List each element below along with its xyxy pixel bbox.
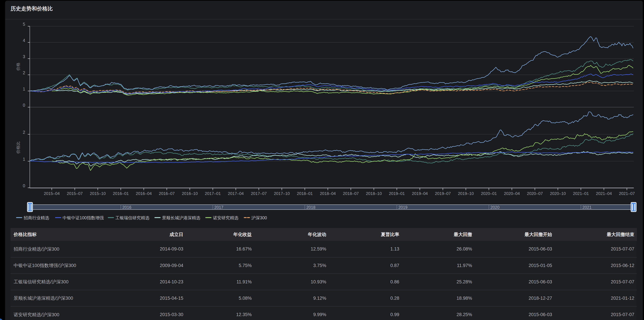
svg-text:2018–04: 2018–04	[320, 191, 336, 196]
svg-text:0: 0	[23, 183, 25, 188]
svg-text:景顺长城沪港深精选: 景顺长城沪港深精选	[162, 215, 200, 220]
svg-text:2021–04: 2021–04	[596, 191, 612, 196]
svg-text:2017–04: 2017–04	[228, 191, 244, 196]
svg-text:2020: 2020	[490, 205, 499, 210]
svg-text:2020–01: 2020–01	[481, 191, 497, 196]
svg-text:2016–07: 2016–07	[159, 191, 174, 196]
svg-text:价格比: 价格比	[16, 141, 20, 154]
svg-text:2021: 2021	[582, 205, 592, 210]
svg-text:1: 1	[23, 87, 25, 91]
svg-text:中银中证100指数增强: 中银中证100指数增强	[63, 215, 104, 220]
svg-text:2020–07: 2020–07	[527, 191, 543, 196]
svg-text:2018–07: 2018–07	[343, 191, 359, 196]
svg-text:2020–04: 2020–04	[504, 191, 520, 196]
svg-text:2017–01: 2017–01	[205, 191, 221, 196]
svg-text:价格: 价格	[16, 63, 20, 71]
svg-text:2020–10: 2020–10	[550, 191, 566, 196]
svg-text:2018–01: 2018–01	[297, 191, 313, 196]
svg-text:0: 0	[23, 103, 25, 107]
svg-text:5: 5	[23, 22, 25, 27]
svg-text:2016–01: 2016–01	[113, 191, 129, 196]
svg-text:2016–04: 2016–04	[136, 191, 152, 196]
svg-text:诺安研究精选: 诺安研究精选	[213, 215, 238, 220]
svg-text:1: 1	[23, 157, 25, 162]
svg-text:沪深300: 沪深300	[251, 215, 267, 220]
svg-text:2019–04: 2019–04	[412, 191, 428, 196]
svg-text:2017: 2017	[214, 205, 223, 210]
svg-text:2019–07: 2019–07	[435, 191, 451, 196]
svg-text:2018: 2018	[306, 205, 315, 210]
svg-text:2015–07: 2015–07	[67, 191, 83, 196]
svg-text:2015–10: 2015–10	[90, 191, 106, 196]
svg-text:2016–10: 2016–10	[182, 191, 198, 196]
svg-text:2015–04: 2015–04	[44, 191, 60, 196]
svg-text:招商行业精选: 招商行业精选	[24, 215, 49, 220]
svg-text:4: 4	[23, 38, 25, 43]
svg-text:2: 2	[23, 70, 25, 75]
svg-text:2019–10: 2019–10	[458, 191, 474, 196]
svg-text:2021–07: 2021–07	[619, 191, 635, 196]
svg-text:2021–01: 2021–01	[573, 191, 589, 196]
svg-text:2016: 2016	[122, 205, 132, 210]
svg-text:2017–07: 2017–07	[251, 191, 267, 196]
svg-text:2019–01: 2019–01	[389, 191, 405, 196]
svg-text:2018–10: 2018–10	[366, 191, 382, 196]
svg-text:3: 3	[23, 54, 25, 59]
svg-text:工银瑞信研究精选: 工银瑞信研究精选	[116, 215, 150, 220]
svg-text:2019: 2019	[398, 205, 408, 210]
svg-text:2: 2	[23, 130, 25, 135]
svg-text:2017–10: 2017–10	[274, 191, 290, 196]
